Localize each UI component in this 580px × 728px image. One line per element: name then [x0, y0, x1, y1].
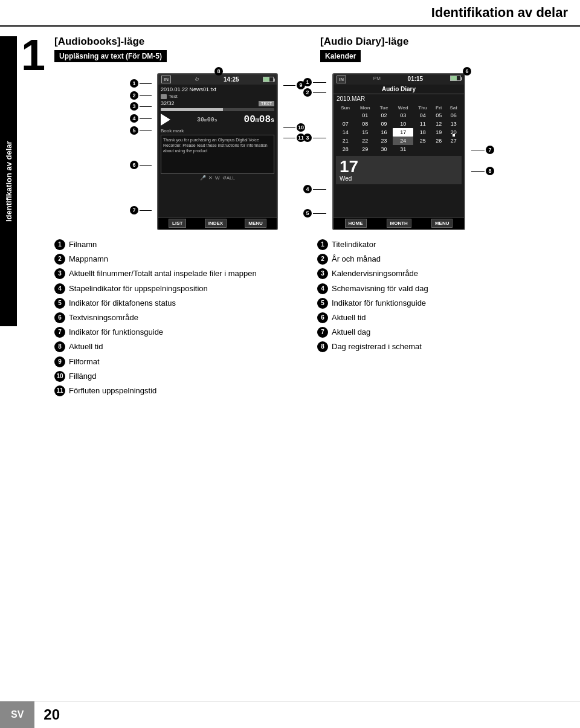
num-4-left: 4 [130, 114, 138, 123]
status-icons-row: 🎤 ✕ W ↺ALL [161, 175, 274, 181]
icon-w: W [215, 175, 220, 181]
cal-callout-8: 8 [471, 167, 494, 175]
desc-7: 7 Indikator för funktionsguide [54, 327, 305, 338]
descriptions-row: 1 Filnamn 2 Mappnamn 3 Aktuellt filnumme… [54, 239, 568, 400]
desc-text-1: Filnamn [69, 239, 97, 250]
audiobooks-device-wrapper: 8 1 2 3 4 5 6 [157, 73, 278, 230]
format-badge: TEXT [259, 101, 274, 106]
desc-10: 10 Fillängd [54, 371, 305, 382]
page-number: 20 [34, 706, 69, 723]
desc-num-5: 5 [54, 298, 65, 309]
callout-10: 10 [283, 123, 305, 132]
num-1-left: 1 [130, 79, 138, 88]
left-descriptions: 1 Filnamn 2 Mappnamn 3 Aktuellt filnumme… [54, 239, 305, 400]
cal-week-4: 21 22 23 24 25 26 27 [336, 137, 462, 145]
col-mon: Mon [355, 105, 375, 111]
screen-clock: 14:25 [224, 76, 239, 83]
cal-desc-text-6: Aktuell tid [332, 312, 366, 323]
play-icon [161, 114, 170, 126]
num-1-cal: 1 [303, 78, 312, 86]
desc-num-3: 3 [54, 268, 65, 279]
time-elapsed: 00m08s [244, 114, 274, 125]
right-section-header: [Audio Diary]-läge Kalender [320, 36, 568, 67]
cal-desc-num-5: 5 [317, 298, 328, 309]
cal-desc-text-2: År och månad [332, 254, 381, 265]
num-8-cal: 8 [486, 167, 494, 175]
desc-num-9: 9 [54, 356, 65, 367]
num-6-cal: 6 [463, 67, 471, 76]
btn-home[interactable]: HOME [345, 219, 367, 228]
cal-week-2: 07 08 09 10 11 12 13 [336, 120, 462, 128]
desc-num-10: 10 [54, 371, 65, 382]
num-5-left: 5 [130, 126, 138, 135]
desc-text-9: Filformat [69, 356, 100, 367]
page-title: Identifikation av delar [12, 5, 568, 21]
desc-text-11: Förfluten uppspelningstid [69, 385, 156, 396]
num-3-cal: 3 [303, 134, 312, 142]
desc-text-6: Textvisningsområde [69, 312, 138, 323]
cal-desc-3: 3 Kalendervisningsområde [317, 268, 568, 279]
screen-content: 2010.01.22 News01.txt Text 32/32 TEXT [158, 85, 277, 184]
callout-2: 2 [130, 91, 152, 100]
desc-4: 4 Stapelindikator för uppspelningspositi… [54, 283, 305, 294]
desc-num-2: 2 [54, 254, 65, 265]
num-2-left: 2 [130, 91, 138, 100]
desc-text-7: Indikator för funktionsguide [69, 327, 163, 338]
col-fri: Fri [432, 105, 445, 111]
col-sat: Sat [445, 105, 462, 111]
progress-fill [161, 108, 223, 111]
cal-title-text: Audio Diary [382, 86, 416, 92]
cal-desc-num-8: 8 [317, 341, 328, 352]
num-5-cal: 5 [303, 209, 312, 217]
right-section-subtitle: Kalender [320, 50, 361, 62]
callout-4: 4 [130, 114, 152, 123]
icon-x: ✕ [208, 175, 213, 181]
cal-desc-num-2: 2 [317, 254, 328, 265]
section-titles-row: [Audiobooks]-läge Uppläsning av text (Fö… [54, 36, 568, 67]
audiobooks-screen: IN ⏱ 14:25 2010.01.22 News01.txt Text 32 [157, 73, 278, 230]
btn-list[interactable]: LIST [169, 219, 186, 228]
callout-6: 6 [130, 161, 152, 169]
col-sun: Sun [336, 105, 355, 111]
desc-text-8: Aktuell tid [69, 341, 103, 352]
progress-bar [161, 108, 274, 111]
screen-top-bar: IN ⏱ 14:25 [158, 74, 277, 85]
num-2-cal: 2 [303, 88, 312, 97]
cal-desc-6: 6 Aktuell tid [317, 312, 568, 323]
desc-text-5: Indikator för diktafonens status [69, 298, 176, 309]
cal-desc-num-7: 7 [317, 327, 328, 338]
desc-text-4: Stapelindikator för uppspelningsposition [69, 283, 208, 294]
btn-index[interactable]: INDEX [205, 219, 227, 228]
left-section-subtitle: Uppläsning av text (För DM-5) [54, 50, 167, 62]
cal-callout-2: 2 [303, 88, 326, 97]
cal-desc-text-8: Dag registrerad i schemat [332, 341, 422, 352]
callout-8-top: 8 [214, 67, 223, 76]
cal-in-badge: IN [337, 76, 346, 83]
left-section-header: [Audiobooks]-läge Uppläsning av text (Fö… [54, 36, 302, 67]
desc-6: 6 Textvisningsområde [54, 312, 305, 323]
cal-desc-4: 4 Schemavisning för vald dag [317, 283, 568, 294]
cal-callout-5: 5 [303, 209, 326, 217]
cal-desc-text-7: Aktuell dag [332, 327, 370, 338]
desc-num-4: 4 [54, 283, 65, 294]
chapter-number: 1 [21, 33, 45, 77]
callout-3: 3 [130, 102, 152, 111]
btn-menu-cal[interactable]: MENU [431, 219, 453, 228]
col-wed: Wed [393, 105, 413, 111]
cal-callout-1: 1 [303, 78, 326, 86]
cal-day-number: 17 [340, 158, 458, 175]
num-3-left: 3 [130, 102, 138, 111]
cal-desc-7: 7 Aktuell dag [317, 327, 568, 338]
btn-menu[interactable]: MENU [245, 219, 266, 228]
callout-11: 11 [283, 134, 305, 142]
text-display-area: Thank you for purchasing an Olympus Digi… [161, 135, 274, 174]
callout-7: 7 [130, 206, 152, 214]
in-badge: IN [161, 76, 171, 83]
icon-mic: 🎤 [200, 175, 206, 181]
cal-week-3: 14 15 16 17 18 19 20 [336, 128, 462, 137]
callout-9: 9 [283, 81, 305, 89]
btn-month[interactable]: MONTH [387, 219, 411, 228]
cal-callout-4: 4 [303, 185, 326, 193]
desc-num-6: 6 [54, 312, 65, 323]
cal-day-name: Wed [340, 175, 458, 182]
